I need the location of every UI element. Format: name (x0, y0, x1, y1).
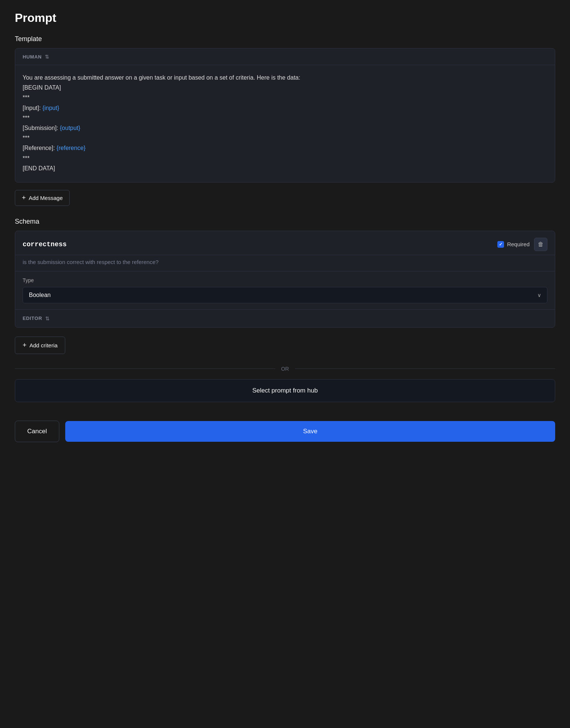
schema-box: correctness Required 🗑 is the submission… (15, 231, 555, 328)
cancel-button[interactable]: Cancel (15, 421, 59, 442)
type-select-dropdown[interactable]: Boolean ∨ (23, 287, 547, 303)
plus-icon: + (22, 194, 26, 202)
input-variable: {input} (42, 105, 59, 111)
template-section-label: Template (15, 35, 555, 43)
add-criteria-button[interactable]: + Add criteria (15, 337, 65, 354)
schema-field-description: is the submission correct with respect t… (15, 255, 555, 271)
cancel-label: Cancel (27, 428, 47, 435)
reference-variable: {reference} (57, 145, 86, 151)
template-header: HUMAN ⇅ (15, 49, 555, 65)
footer-actions: Cancel Save (15, 421, 555, 442)
editor-label: EDITOR (23, 315, 42, 321)
required-checkbox[interactable] (497, 241, 504, 248)
required-label: Required (507, 241, 530, 247)
schema-header-row: correctness Required 🗑 (15, 231, 555, 255)
editor-section: EDITOR ⇅ (15, 310, 555, 327)
type-section: Type Boolean ∨ (15, 271, 555, 310)
delete-field-button[interactable]: 🗑 (534, 238, 547, 251)
editor-header: EDITOR ⇅ (23, 315, 547, 321)
page-title: Prompt (15, 11, 555, 25)
chevron-down-icon: ∨ (537, 292, 541, 298)
select-from-hub-button[interactable]: Select prompt from hub (15, 379, 555, 402)
type-select-value: Boolean (29, 292, 51, 298)
hub-button-label: Select prompt from hub (252, 387, 318, 394)
template-box: HUMAN ⇅ You are assessing a submitted an… (15, 48, 555, 183)
type-label: Type (23, 277, 547, 283)
or-divider: OR (15, 366, 555, 372)
output-variable: {output} (60, 125, 80, 131)
template-content: You are assessing a submitted answer on … (15, 65, 555, 182)
add-message-label: Add Message (29, 195, 63, 201)
schema-section-label: Schema (15, 218, 555, 226)
add-criteria-plus-icon: + (23, 341, 27, 349)
schema-field-name: correctness (23, 241, 67, 248)
add-message-button[interactable]: + Add Message (15, 190, 70, 206)
save-button[interactable]: Save (65, 421, 555, 442)
add-criteria-label: Add criteria (30, 342, 58, 348)
schema-controls: Required 🗑 (497, 238, 547, 251)
sort-icon[interactable]: ⇅ (45, 54, 49, 60)
template-role-label: HUMAN (23, 54, 42, 60)
or-text: OR (281, 366, 289, 372)
editor-sort-icon[interactable]: ⇅ (45, 315, 50, 321)
save-label: Save (303, 428, 318, 435)
required-checkbox-group: Required (497, 241, 530, 248)
